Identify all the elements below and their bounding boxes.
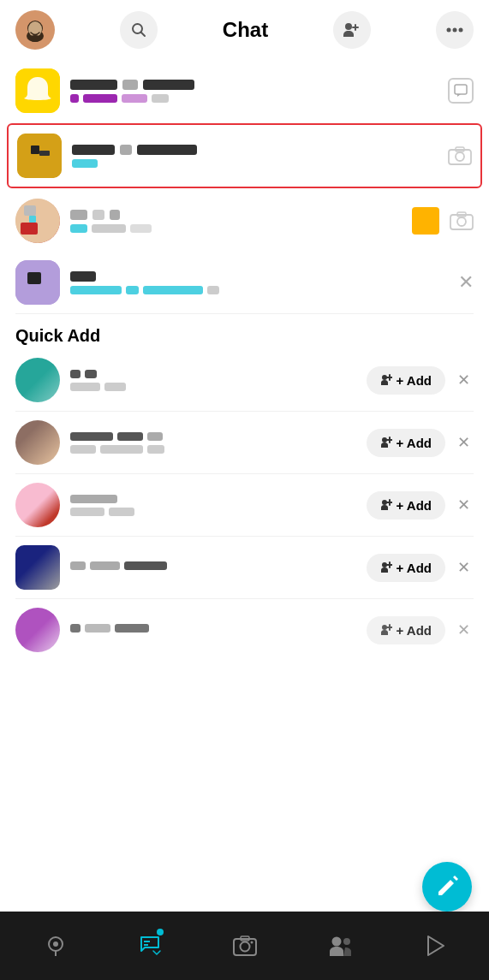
quick-add-title: Quick Add <box>15 326 100 345</box>
page-title: Chat <box>223 18 268 42</box>
svg-point-47 <box>240 942 249 952</box>
qa-avatar-brown <box>15 420 60 465</box>
qa-info-3 <box>70 495 367 516</box>
quick-add-item-4: + Add ✕ <box>0 537 489 598</box>
add-button-2[interactable]: + Add <box>367 429 445 457</box>
svg-point-7 <box>446 28 450 33</box>
add-button-1[interactable]: + Add <box>367 366 445 395</box>
svg-rect-14 <box>39 151 50 156</box>
quick-add-section: Quick Add <box>0 314 489 349</box>
nav-item-camera[interactable] <box>223 928 267 964</box>
new-chat-fab[interactable] <box>422 862 472 912</box>
svg-point-23 <box>457 217 466 226</box>
chat-action <box>448 78 474 104</box>
qa-info-1 <box>70 370 367 391</box>
quick-add-item-3: + Add ✕ <box>0 474 489 536</box>
nav-item-chat[interactable] <box>128 927 172 965</box>
qa-avatar-navy <box>15 545 60 590</box>
add-friend-button[interactable] <box>333 11 371 49</box>
nav-item-map[interactable] <box>34 928 77 964</box>
svg-rect-11 <box>455 85 467 94</box>
chat-list: ✕ <box>0 60 489 313</box>
chat-action-camera <box>448 146 472 166</box>
nav-item-friends[interactable] <box>318 928 364 964</box>
close-action[interactable]: ✕ <box>458 271 474 294</box>
svg-rect-19 <box>24 205 36 216</box>
chat-action-3 <box>412 207 474 235</box>
chat-info-4 <box>70 271 458 294</box>
more-options-button[interactable] <box>436 11 474 49</box>
chat-avatar-gold <box>17 134 62 178</box>
add-button-3[interactable]: + Add <box>367 491 445 520</box>
dismiss-button-1[interactable]: ✕ <box>454 367 474 393</box>
qa-info-4 <box>70 561 367 574</box>
add-button-5[interactable]: + Add <box>367 616 445 644</box>
bottom-nav <box>0 912 489 980</box>
chat-avatar <box>15 68 60 113</box>
svg-point-3 <box>29 35 41 42</box>
svg-point-6 <box>345 23 352 30</box>
svg-rect-21 <box>21 223 38 235</box>
svg-point-8 <box>452 28 456 33</box>
chat-name-block <box>70 80 117 90</box>
nav-item-stories[interactable] <box>414 928 456 964</box>
svg-point-51 <box>343 938 350 945</box>
qa-avatar-purple <box>15 608 60 652</box>
add-button-4[interactable]: + Add <box>367 554 445 582</box>
svg-point-9 <box>458 28 462 33</box>
svg-rect-12 <box>17 134 62 178</box>
quick-add-item: + Add ✕ <box>0 349 489 411</box>
svg-point-49 <box>250 941 253 944</box>
quick-add-item-5: + Add ✕ <box>0 599 489 661</box>
chat-info-highlighted <box>72 145 448 168</box>
header: Chat <box>0 0 489 60</box>
dismiss-button-3[interactable]: ✕ <box>454 492 474 518</box>
chat-item-highlighted[interactable] <box>7 123 482 188</box>
svg-point-50 <box>331 937 341 947</box>
qa-avatar-pink <box>15 483 60 527</box>
chat-item[interactable] <box>0 60 489 122</box>
qa-avatar-teal <box>15 358 60 402</box>
quick-add-list: + Add ✕ + Add <box>0 349 489 661</box>
svg-point-16 <box>456 152 464 161</box>
svg-point-18 <box>15 199 60 243</box>
chat-item-3[interactable] <box>0 190 489 252</box>
search-button[interactable] <box>120 11 158 49</box>
chat-info <box>70 80 448 103</box>
qa-info-2 <box>70 432 367 454</box>
dismiss-button-5[interactable]: ✕ <box>454 617 474 643</box>
message-icon <box>448 78 474 104</box>
chat-info-3 <box>70 210 412 233</box>
svg-point-43 <box>53 941 58 947</box>
dismiss-button-2[interactable]: ✕ <box>454 430 474 455</box>
svg-rect-13 <box>31 146 39 154</box>
gold-square-icon <box>412 207 439 235</box>
chat-item-4[interactable]: ✕ <box>0 252 489 313</box>
svg-rect-20 <box>29 216 36 223</box>
svg-line-5 <box>140 33 145 37</box>
svg-rect-26 <box>27 272 41 284</box>
qa-info-5 <box>70 624 367 637</box>
chat-avatar-purple <box>15 260 60 305</box>
chat-avatar-mixed <box>15 199 60 243</box>
dismiss-button-4[interactable]: ✕ <box>454 555 474 580</box>
chat-notification-dot <box>157 929 164 935</box>
quick-add-item-2: + Add ✕ <box>0 412 489 473</box>
user-avatar[interactable] <box>15 10 55 50</box>
